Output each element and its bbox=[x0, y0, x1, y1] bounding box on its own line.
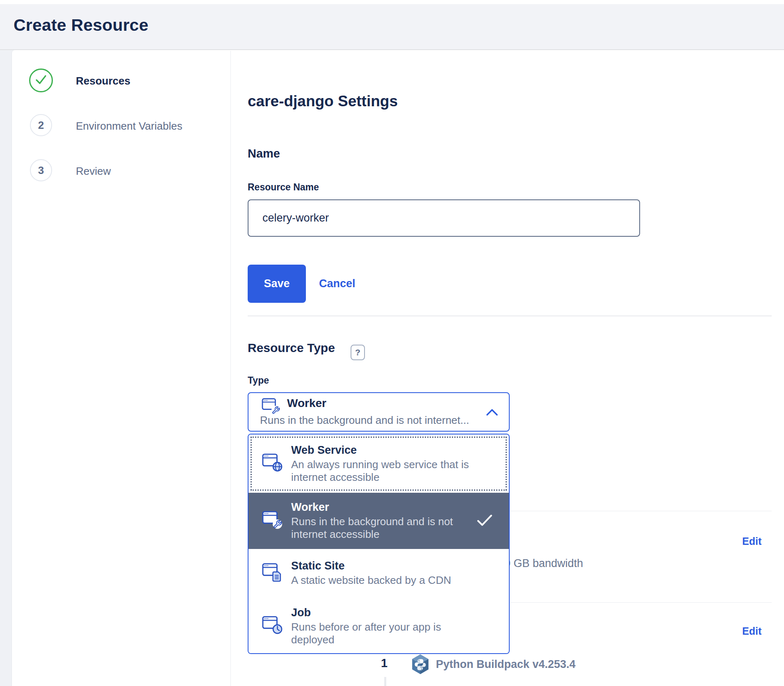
buildpack-name: Python Buildpack v4.253.4 bbox=[436, 658, 576, 671]
dropdown-option-static-site[interactable]: Static Site A static website backed by a… bbox=[248, 549, 509, 597]
resource-type-heading: Resource Type bbox=[248, 341, 335, 355]
type-label: Type bbox=[248, 375, 269, 386]
resource-name-input[interactable] bbox=[248, 199, 640, 237]
option-title: Worker bbox=[291, 501, 484, 514]
step-review-indicator[interactable]: 3 bbox=[30, 159, 52, 181]
option-title: Job bbox=[291, 606, 484, 619]
browser-document-icon bbox=[262, 563, 283, 583]
dropdown-option-web-service[interactable]: Web Service An always running web servic… bbox=[248, 434, 509, 493]
step-resources-indicator[interactable] bbox=[29, 69, 53, 92]
python-buildpack-icon bbox=[411, 654, 430, 676]
option-description: Runs in the background and is not intern… bbox=[291, 515, 484, 541]
step-number: 3 bbox=[38, 164, 44, 177]
help-icon[interactable]: ? bbox=[351, 345, 365, 360]
selected-type-description: Runs in the background and is not intern… bbox=[260, 414, 469, 427]
edit-resource-link[interactable]: Edit bbox=[742, 625, 767, 637]
resource-type-select[interactable]: Worker Runs in the background and is not… bbox=[248, 392, 510, 432]
steps-content-divider bbox=[230, 51, 231, 686]
selected-check-icon bbox=[477, 514, 492, 528]
option-title: Web Service bbox=[291, 444, 484, 457]
option-title: Static Site bbox=[291, 560, 484, 572]
browser-wrench-icon bbox=[262, 511, 283, 531]
page-title: Create Resource bbox=[14, 16, 148, 35]
section-divider bbox=[248, 316, 772, 316]
option-description: An always running web service that is in… bbox=[291, 458, 484, 484]
sidebar-item-review[interactable]: Review bbox=[76, 165, 111, 178]
edit-resource-link[interactable]: Edit bbox=[742, 535, 767, 547]
chevron-up-icon bbox=[486, 409, 498, 418]
sidebar-item-resources[interactable]: Resources bbox=[76, 75, 130, 87]
sidebar-item-environment-variables[interactable]: Environment Variables bbox=[76, 120, 182, 133]
dropdown-option-worker[interactable]: Worker Runs in the background and is not… bbox=[248, 493, 509, 549]
top-edge-strip bbox=[0, 0, 784, 4]
check-icon bbox=[35, 74, 47, 87]
buildpack-index: 1 bbox=[379, 656, 390, 670]
dropdown-option-job[interactable]: Job Runs before or after your app is dep… bbox=[248, 597, 509, 654]
timeline-connector bbox=[384, 677, 386, 686]
selected-type-title: Worker bbox=[287, 397, 326, 410]
cancel-button[interactable]: Cancel bbox=[319, 265, 356, 303]
save-button[interactable]: Save bbox=[248, 265, 306, 303]
settings-heading: care-django Settings bbox=[248, 93, 398, 110]
bandwidth-text: 0 GB bandwidth bbox=[504, 557, 583, 570]
browser-globe-icon bbox=[262, 453, 283, 474]
resource-name-label: Resource Name bbox=[248, 182, 319, 193]
name-section-heading: Name bbox=[248, 147, 280, 160]
step-number: 2 bbox=[38, 119, 44, 132]
resource-type-dropdown: Web Service An always running web servic… bbox=[248, 434, 510, 654]
option-description: Runs before or after your app is deploye… bbox=[291, 621, 484, 646]
option-description: A static website backed by a CDN bbox=[291, 574, 484, 587]
step-env-vars-indicator[interactable]: 2 bbox=[30, 114, 52, 136]
browser-clock-icon bbox=[262, 616, 283, 636]
